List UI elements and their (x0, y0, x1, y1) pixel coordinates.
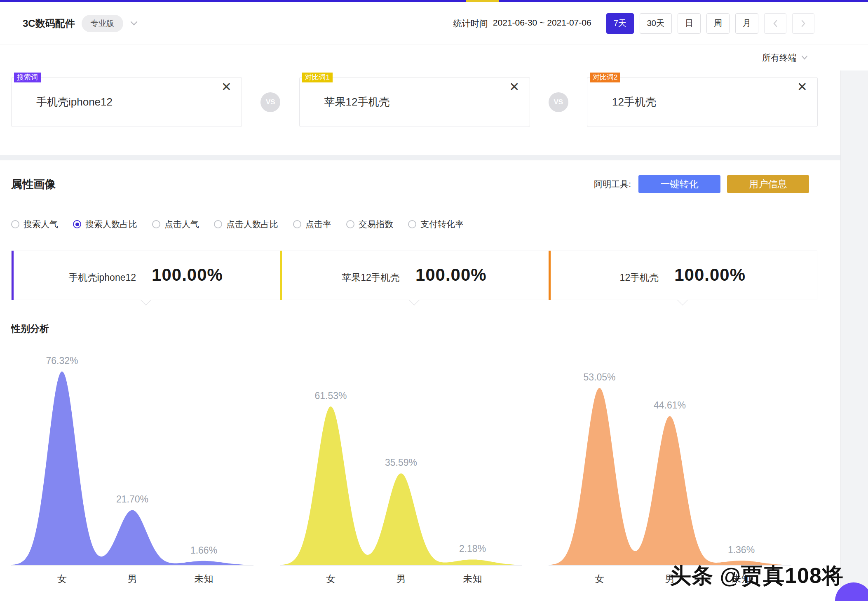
metric-label: 搜索人数占比 (85, 218, 137, 230)
svg-text:61.53%: 61.53% (314, 390, 347, 401)
section-title-portrait: 属性画像 (11, 177, 56, 192)
category-title: 3C数码配件 (23, 17, 75, 30)
keyword-tag: 对比词1 (302, 73, 333, 82)
subheader: 所有终端 (0, 45, 868, 70)
axis-label: 女 (595, 573, 604, 585)
stat-time-range: 2021-06-30 ~ 2021-07-06 (493, 18, 591, 29)
close-icon[interactable]: ✕ (221, 81, 232, 93)
user-info-button[interactable]: 用户信息 (727, 175, 809, 193)
axis-label: 男 (396, 573, 406, 585)
svg-text:1.36%: 1.36% (728, 545, 755, 555)
next-period-button[interactable] (792, 13, 814, 34)
keyword-value[interactable]: 手机壳iphone12 (12, 95, 113, 109)
page: 3C数码配件 专业版 统计时间 2021-06-30 ~ 2021-07-06 … (0, 0, 868, 601)
summary-tab-keyword-1[interactable]: 手机壳iphone12 100.00% (12, 251, 280, 300)
tools-label: 阿明工具: (594, 178, 631, 190)
prev-period-button[interactable] (764, 13, 786, 34)
tools-group: 阿明工具: 一键转化 用户信息 (594, 175, 809, 193)
svg-text:53.05%: 53.05% (583, 372, 615, 383)
terminal-filter[interactable]: 所有终端 (762, 52, 797, 63)
metric-radio-transaction-index[interactable]: 交易指数 (346, 218, 393, 230)
gender-chart-keyword-2: 61.53%35.59%2.18% 女男未知 (280, 335, 522, 587)
svg-text:21.70%: 21.70% (116, 494, 148, 505)
close-icon[interactable]: ✕ (509, 81, 519, 93)
svg-text:76.32%: 76.32% (46, 355, 78, 366)
panel-notch (141, 295, 151, 305)
keyword-tag: 对比词2 (590, 73, 620, 82)
metric-radio-group: 搜索人气 搜索人数占比 点击人气 点击人数占比 点击率 交易指数 支付转化率 (0, 218, 840, 230)
close-icon[interactable]: ✕ (797, 81, 807, 93)
watermark: 头条 @贾真108将 (670, 561, 844, 590)
vs-badge: VS (260, 92, 280, 112)
axis-label: 女 (57, 573, 67, 585)
metric-radio-click-rate[interactable]: 点击率 (293, 218, 331, 230)
radio-icon (73, 220, 81, 228)
area-chart: 76.32%21.70%1.66% (11, 335, 253, 570)
metric-label: 点击率 (305, 218, 331, 230)
keyword-value[interactable]: 12手机壳 (587, 95, 656, 109)
keyword-card-compare-1: 对比词1 苹果12手机壳 ✕ (299, 77, 530, 127)
axis-label: 未知 (463, 573, 482, 585)
chevron-down-icon[interactable] (130, 21, 138, 26)
svg-text:2.18%: 2.18% (459, 543, 486, 554)
range-button-month[interactable]: 月 (735, 13, 758, 34)
accent-bar (280, 251, 282, 300)
svg-text:35.59%: 35.59% (385, 457, 417, 468)
metric-label: 点击人数占比 (226, 218, 278, 230)
radio-icon (346, 220, 354, 228)
header-left: 3C数码配件 专业版 (23, 15, 138, 32)
area-chart: 53.05%44.61%1.36% (549, 335, 791, 570)
metric-label: 点击人气 (164, 218, 199, 230)
metric-radio-click-user-ratio[interactable]: 点击人数占比 (214, 218, 278, 230)
axis-label: 未知 (194, 573, 213, 585)
summary-tab-keyword-3[interactable]: 12手机壳 100.00% (549, 251, 817, 300)
keyword-comparison-row: 搜索词 手机壳iphone12 ✕ VS 对比词1 苹果12手机壳 ✕ VS 对… (0, 70, 840, 127)
top-progress-bar (0, 0, 868, 2)
axis-labels: 女男未知 (11, 570, 253, 587)
keyword-value[interactable]: 苹果12手机壳 (300, 95, 390, 109)
accent-bar (549, 251, 551, 300)
summary-name: 12手机壳 (620, 271, 659, 284)
metric-radio-click-popularity[interactable]: 点击人气 (152, 218, 199, 230)
axis-label: 男 (128, 573, 137, 585)
axis-label: 女 (326, 573, 335, 585)
metric-radio-search-user-ratio[interactable]: 搜索人数占比 (73, 218, 137, 230)
range-button-day[interactable]: 日 (678, 13, 701, 34)
summary-name: 手机壳iphone12 (68, 271, 136, 284)
range-button-7d[interactable]: 7天 (606, 13, 634, 34)
radio-icon (152, 220, 160, 228)
section-title-gender: 性别分析 (11, 323, 49, 334)
gender-section-header: 性别分析 (0, 322, 840, 335)
main-content: 搜索词 手机壳iphone12 ✕ VS 对比词1 苹果12手机壳 ✕ VS 对… (0, 70, 841, 601)
panel-notch (409, 295, 419, 305)
stat-time-label: 统计时间 (453, 18, 488, 29)
summary-name: 苹果12手机壳 (342, 271, 400, 284)
progress-segment (466, 0, 499, 2)
one-click-convert-button[interactable]: 一键转化 (638, 175, 720, 193)
metric-label: 搜索人气 (23, 218, 58, 230)
range-button-week[interactable]: 周 (706, 13, 730, 34)
area-chart: 61.53%35.59%2.18% (280, 335, 522, 570)
radio-icon (11, 220, 19, 228)
vs-wrap: VS (242, 92, 299, 112)
svg-text:44.61%: 44.61% (654, 400, 686, 411)
keyword-card-compare-2: 对比词2 12手机壳 ✕ (587, 77, 818, 127)
range-button-30d[interactable]: 30天 (640, 13, 672, 34)
accent-bar (12, 251, 14, 300)
keyword-tag: 搜索词 (14, 73, 41, 82)
section-divider (0, 155, 840, 160)
summary-value: 100.00% (415, 265, 487, 285)
gender-chart-keyword-3: 53.05%44.61%1.36% 女男未知 (549, 335, 791, 587)
metric-radio-search-popularity[interactable]: 搜索人气 (11, 218, 58, 230)
gender-charts-row: 76.32%21.70%1.66% 女男未知 61.53%35.59%2.18%… (0, 335, 840, 587)
chevron-down-icon[interactable] (801, 55, 808, 60)
version-badge[interactable]: 专业版 (82, 15, 123, 32)
header: 3C数码配件 专业版 统计时间 2021-06-30 ~ 2021-07-06 … (0, 2, 868, 45)
summary-tab-keyword-2[interactable]: 苹果12手机壳 100.00% (280, 251, 548, 300)
metric-radio-payment-conversion[interactable]: 支付转化率 (408, 218, 464, 230)
radio-icon (214, 220, 222, 228)
radio-icon (408, 220, 416, 228)
gender-chart-keyword-1: 76.32%21.70%1.66% 女男未知 (11, 335, 253, 587)
vs-wrap: VS (530, 92, 587, 112)
metric-label: 交易指数 (359, 218, 393, 230)
